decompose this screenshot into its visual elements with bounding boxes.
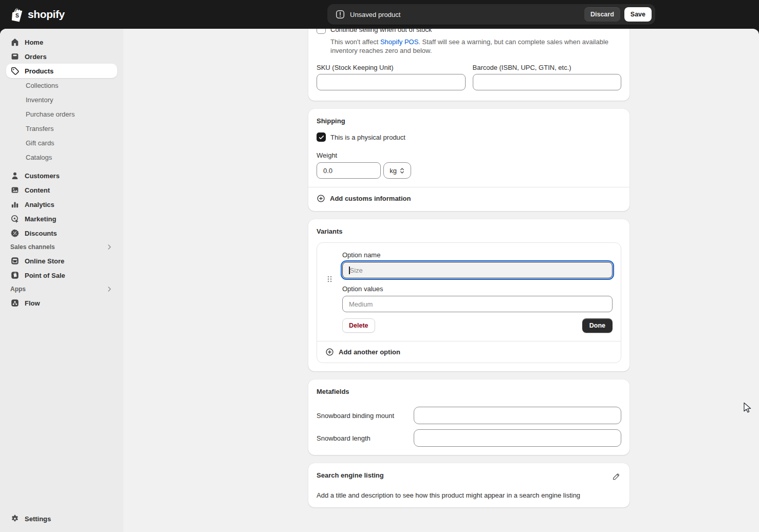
sales-channels-header[interactable]: Sales channels (6, 240, 117, 254)
sidebar-item-products[interactable]: Products (6, 64, 117, 78)
metafield-label: Snowboard binding mount (317, 412, 414, 420)
pencil-icon (612, 472, 620, 481)
variants-card: Variants Option name Size Option va (308, 219, 630, 371)
gear-icon (10, 514, 20, 523)
shopify-bag-icon: S (11, 7, 25, 22)
sort-chevrons-icon (399, 167, 405, 174)
sidebar-item-label: Discounts (25, 230, 57, 237)
sidebar-item-online-store[interactable]: Online Store (6, 254, 117, 268)
contextual-save-bar: Unsaved product Discard Save (327, 4, 655, 25)
snowboard-length-input[interactable] (414, 429, 621, 447)
sidebar-item-settings[interactable]: Settings (6, 511, 117, 526)
marketing-icon (10, 214, 20, 223)
sidebar-item-label: Orders (25, 53, 47, 61)
sidebar-item-catalogs[interactable]: Catalogs (6, 150, 117, 164)
variants-title: Variants (317, 227, 621, 235)
plus-circle-icon (317, 194, 325, 203)
home-icon (10, 37, 20, 47)
option-values-label: Option values (342, 285, 613, 293)
drag-handle[interactable] (317, 251, 342, 333)
sidebar-item-label: Online Store (25, 257, 64, 265)
sidebar-item-label: Marketing (25, 215, 56, 223)
metafield-label: Snowboard length (317, 434, 414, 442)
sidebar-item-label: Content (25, 186, 50, 194)
sidebar-item-purchase-orders[interactable]: Purchase orders (6, 107, 117, 121)
point-of-sale-icon (10, 271, 20, 280)
shopify-pos-link[interactable]: Shopify POS (380, 38, 418, 46)
shopify-wordmark: shopify (28, 8, 65, 21)
seo-description: Add a title and description to see how t… (317, 491, 621, 499)
app-frame: Home Orders Products Collections Invento… (0, 29, 759, 532)
sidebar-item-label: Customers (25, 172, 60, 180)
sidebar-item-transfers[interactable]: Transfers (6, 121, 117, 136)
delete-option-button[interactable]: Delete (342, 318, 375, 333)
seo-card: Search engine listing Add a title and de… (308, 463, 630, 507)
topbar: S shopify Unsaved product Discard Save (0, 0, 759, 29)
orders-icon (10, 52, 20, 61)
analytics-icon (10, 200, 20, 209)
sidebar-item-point-of-sale[interactable]: Point of Sale (6, 268, 117, 282)
sidebar-item-label: Analytics (25, 201, 54, 208)
online-store-icon (10, 256, 20, 265)
sidebar-item-label: Home (25, 39, 43, 46)
sidebar-item-flow[interactable]: Flow (6, 296, 117, 310)
snowboard-binding-mount-input[interactable] (414, 407, 621, 424)
sku-label: SKU (Stock Keeping Unit) (317, 64, 466, 71)
weight-label: Weight (317, 151, 621, 159)
sidebar-item-label: Settings (25, 515, 51, 523)
metafields-card: Metafields Snowboard binding mount Snowb… (308, 379, 630, 455)
sidebar-item-marketing[interactable]: Marketing (6, 212, 117, 226)
sidebar-nav: Home Orders Products Collections Invento… (0, 29, 123, 310)
tag-icon (10, 66, 20, 75)
physical-product-label: This is a physical product (330, 134, 405, 141)
apps-header[interactable]: Apps (6, 282, 117, 296)
metafields-title: Metafields (317, 388, 621, 395)
chevron-right-icon (106, 243, 113, 251)
save-bar-status: Unsaved product (350, 11, 400, 18)
shipping-title: Shipping (317, 117, 621, 125)
continue-selling-label: Continue selling when out of stock (330, 29, 432, 33)
variant-option-editor: Option name Size Option values Delete Do… (317, 242, 621, 363)
sidebar-item-orders[interactable]: Orders (6, 49, 117, 64)
add-another-option-button[interactable]: Add another option (317, 341, 621, 363)
option-value-input[interactable] (342, 296, 613, 312)
shopify-logo[interactable]: S shopify (11, 7, 65, 22)
customers-icon (10, 171, 20, 180)
discard-button[interactable]: Discard (584, 7, 620, 22)
barcode-label: Barcode (ISBN, UPC, GTIN, etc.) (473, 64, 622, 71)
sidebar-item-collections[interactable]: Collections (6, 78, 117, 92)
sidebar-item-customers[interactable]: Customers (6, 168, 117, 183)
sidebar-item-content[interactable]: Content (6, 183, 117, 197)
barcode-input[interactable] (473, 74, 622, 90)
weight-input[interactable] (317, 162, 381, 179)
option-name-input[interactable]: Size (342, 262, 613, 278)
shipping-card: Shipping This is a physical product Weig… (308, 109, 630, 211)
inventory-card: Continue selling when out of stock This … (308, 29, 630, 101)
sidebar: Home Orders Products Collections Invento… (0, 29, 123, 532)
sidebar-item-label: Products (25, 67, 53, 75)
physical-product-checkbox[interactable] (317, 132, 326, 142)
discount-icon (10, 229, 20, 238)
sidebar-item-analytics[interactable]: Analytics (6, 197, 117, 212)
weight-unit-select[interactable]: kg (383, 162, 411, 179)
continue-selling-checkbox[interactable] (317, 29, 326, 34)
main-content: Continue selling when out of stock This … (123, 29, 759, 532)
sidebar-item-home[interactable]: Home (6, 35, 117, 49)
sku-input[interactable] (317, 74, 466, 90)
flow-app-icon (10, 298, 20, 308)
content-icon (10, 185, 20, 195)
sidebar-item-inventory[interactable]: Inventory (6, 92, 117, 107)
add-customs-info-button[interactable]: Add customs information (317, 187, 621, 203)
continue-selling-help: This won't affect Shopify POS. Staff wil… (330, 37, 621, 55)
save-button[interactable]: Save (624, 7, 652, 22)
sidebar-item-gift-cards[interactable]: Gift cards (6, 136, 117, 150)
done-button[interactable]: Done (582, 318, 613, 333)
plus-circle-icon (325, 348, 334, 356)
edit-seo-button[interactable] (610, 471, 621, 484)
svg-text:S: S (15, 13, 19, 18)
option-name-label: Option name (342, 251, 613, 259)
seo-title: Search engine listing (317, 471, 384, 479)
sidebar-item-discounts[interactable]: Discounts (6, 226, 117, 240)
chevron-right-icon (106, 286, 113, 293)
sidebar-item-label: Flow (25, 299, 40, 307)
